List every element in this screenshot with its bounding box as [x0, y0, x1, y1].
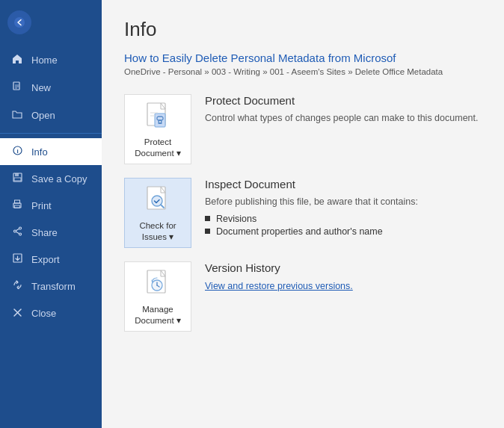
- svg-point-22: [159, 121, 161, 122]
- transform-icon: [10, 280, 24, 292]
- inspect-document-info: Inspect Document Before publishing this …: [205, 178, 482, 239]
- svg-rect-8: [15, 200, 20, 203]
- svg-rect-6: [14, 178, 21, 181]
- svg-line-14: [16, 229, 19, 231]
- list-item-label: Revisions: [216, 214, 256, 224]
- nav-label-print: Print: [31, 200, 52, 211]
- svg-rect-5: [15, 173, 19, 176]
- bullet-icon: [205, 216, 210, 221]
- sidebar-item-save-copy[interactable]: Save a Copy: [0, 165, 102, 192]
- nav-label-share: Share: [31, 227, 58, 238]
- home-icon: [10, 54, 24, 66]
- nav-label-info: Info: [31, 146, 48, 158]
- bullet-icon: [205, 229, 210, 234]
- protect-document-button[interactable]: ProtectDocument ▾: [124, 94, 191, 164]
- nav-label-close: Close: [31, 308, 56, 319]
- sidebar-nav: Home New Open: [0, 46, 102, 326]
- info-icon: i: [10, 146, 24, 158]
- sidebar-item-print[interactable]: Print: [0, 192, 102, 219]
- inspect-document-card: Check forIssues ▾ Inspect Document Befor…: [124, 178, 482, 248]
- nav-label-home: Home: [31, 55, 58, 66]
- svg-point-0: [14, 17, 25, 28]
- inspect-document-title: Inspect Document: [205, 178, 482, 190]
- version-history-link[interactable]: View and restore previous versions.: [205, 281, 353, 291]
- manage-document-button[interactable]: ManageDocument ▾: [124, 261, 191, 332]
- protect-document-info: Protect Document Control what types of c…: [205, 94, 482, 125]
- back-button[interactable]: [7, 10, 31, 34]
- protect-icon: [144, 101, 172, 134]
- version-history-info: Version History View and restore previou…: [205, 261, 482, 292]
- svg-point-10: [19, 227, 21, 229]
- nav-label-new: New: [31, 82, 51, 93]
- svg-line-13: [16, 232, 19, 234]
- svg-point-12: [13, 230, 16, 232]
- sidebar-item-info[interactable]: i Info: [0, 138, 102, 165]
- list-item: Revisions: [205, 214, 482, 224]
- check-for-issues-label: Check forIssues ▾: [139, 220, 176, 243]
- svg-rect-1: [13, 82, 19, 90]
- list-item-label: Document properties and author's name: [216, 226, 383, 237]
- sidebar-item-share[interactable]: Share: [0, 219, 102, 246]
- sidebar: Home New Open: [0, 0, 102, 428]
- version-icon: [144, 268, 172, 301]
- svg-text:i: i: [16, 148, 18, 155]
- version-history-title: Version History: [205, 261, 482, 274]
- nav-label-export: Export: [31, 254, 60, 265]
- sidebar-item-new[interactable]: New: [0, 74, 102, 102]
- check-for-issues-button[interactable]: Check forIssues ▾: [124, 178, 191, 248]
- nav-label-transform: Transform: [31, 281, 76, 292]
- save-copy-icon: [10, 173, 24, 184]
- export-icon: [10, 253, 24, 265]
- new-doc-icon: [10, 81, 24, 94]
- manage-document-label: ManageDocument ▾: [135, 304, 181, 326]
- inspect-document-list: Revisions Document properties and author…: [205, 214, 482, 237]
- protect-document-desc: Control what types of changes people can…: [205, 111, 482, 125]
- protect-document-title: Protect Document: [205, 94, 482, 107]
- print-icon: [10, 199, 24, 211]
- sidebar-item-open[interactable]: Open: [0, 102, 102, 128]
- sidebar-item-close[interactable]: Close: [0, 300, 102, 326]
- page-title: Info: [124, 18, 482, 41]
- doc-title: How to Easily Delete Personal Metadata f…: [124, 52, 482, 64]
- svg-point-11: [19, 233, 21, 235]
- inspect-icon: [144, 184, 172, 217]
- sidebar-item-export[interactable]: Export: [0, 246, 102, 273]
- list-item: Document properties and author's name: [205, 226, 482, 237]
- breadcrumb: OneDrive - Personal » 003 - Writing » 00…: [124, 67, 482, 76]
- protect-document-label: ProtectDocument ▾: [135, 137, 181, 159]
- share-icon: [10, 226, 24, 238]
- nav-label-save-copy: Save a Copy: [31, 173, 87, 184]
- version-history-card: ManageDocument ▾ Version History View an…: [124, 261, 482, 332]
- close-icon: [10, 307, 24, 319]
- main-content: Info How to Easily Delete Personal Metad…: [102, 0, 504, 428]
- inspect-document-desc: Before publishing this file, be aware th…: [205, 195, 482, 209]
- sidebar-item-home[interactable]: Home: [0, 46, 102, 74]
- protect-document-card: ProtectDocument ▾ Protect Document Contr…: [124, 94, 482, 164]
- nav-label-open: Open: [31, 110, 55, 121]
- sidebar-item-transform[interactable]: Transform: [0, 273, 102, 300]
- sidebar-top: [0, 0, 102, 42]
- open-icon: [10, 109, 24, 121]
- nav-divider: [0, 133, 102, 134]
